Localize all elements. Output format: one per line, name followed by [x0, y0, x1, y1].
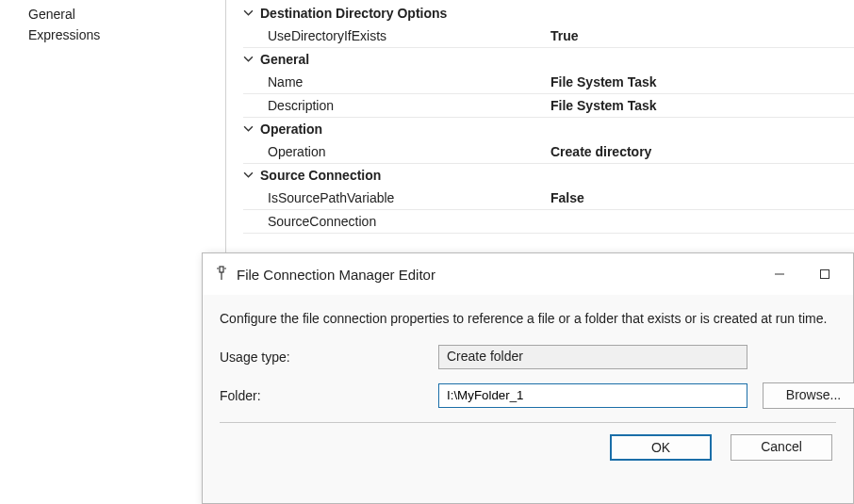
- folder-input[interactable]: [438, 383, 747, 408]
- property-row[interactable]: Description File System Task: [243, 94, 854, 118]
- usage-type-label: Usage type:: [220, 350, 438, 365]
- chevron-down-icon: [243, 170, 255, 181]
- group-label: General: [260, 52, 309, 67]
- connection-icon: [214, 266, 229, 284]
- property-value: Create directory: [550, 144, 651, 159]
- property-row[interactable]: Operation Create directory: [243, 140, 854, 164]
- property-name: Operation: [268, 144, 550, 159]
- ok-button[interactable]: OK: [610, 434, 712, 461]
- sidebar: General Expressions: [0, 0, 226, 504]
- sidebar-item-general[interactable]: General: [28, 4, 225, 24]
- dialog-title: File Connection Manager Editor: [237, 267, 753, 283]
- dialog-titlebar: File Connection Manager Editor: [203, 253, 853, 295]
- property-name: UseDirectoryIfExists: [268, 28, 550, 43]
- group-label: Source Connection: [260, 168, 381, 183]
- file-connection-manager-dialog: File Connection Manager Editor Configure…: [202, 252, 854, 504]
- group-source-connection[interactable]: Source Connection: [243, 164, 854, 187]
- property-value: False: [550, 190, 584, 205]
- chevron-down-icon: [243, 54, 255, 65]
- property-value: True: [550, 28, 579, 43]
- cancel-button[interactable]: Cancel: [731, 434, 832, 461]
- property-value: File System Task: [550, 74, 657, 89]
- property-name: SourceConnection: [268, 214, 550, 229]
- svg-rect-0: [220, 267, 223, 272]
- usage-type-select[interactable]: Create folder: [438, 345, 747, 369]
- dialog-description: Configure the file connection properties…: [220, 310, 836, 328]
- chevron-down-icon: [243, 123, 255, 135]
- group-general[interactable]: General: [243, 48, 854, 71]
- sidebar-item-expressions[interactable]: Expressions: [28, 24, 225, 45]
- folder-label: Folder:: [220, 388, 438, 403]
- property-name: Name: [268, 74, 550, 89]
- browse-button[interactable]: Browse...: [763, 382, 854, 409]
- property-row[interactable]: UseDirectoryIfExists True: [243, 24, 854, 48]
- property-row[interactable]: Name File System Task: [243, 71, 854, 94]
- property-row[interactable]: IsSourcePathVariable False: [243, 187, 854, 210]
- property-name: IsSourcePathVariable: [268, 190, 550, 205]
- group-operation[interactable]: Operation: [243, 118, 854, 140]
- group-destination-directory-options[interactable]: Destination Directory Options: [243, 2, 854, 24]
- property-name: Description: [268, 98, 550, 113]
- minimize-button[interactable]: [761, 261, 798, 287]
- property-row[interactable]: SourceConnection: [243, 210, 854, 234]
- chevron-down-icon: [243, 8, 255, 19]
- maximize-button[interactable]: [806, 261, 844, 287]
- divider: [220, 422, 836, 423]
- svg-rect-5: [821, 270, 829, 279]
- group-label: Operation: [260, 122, 322, 137]
- group-label: Destination Directory Options: [260, 6, 447, 21]
- property-value: File System Task: [550, 98, 657, 113]
